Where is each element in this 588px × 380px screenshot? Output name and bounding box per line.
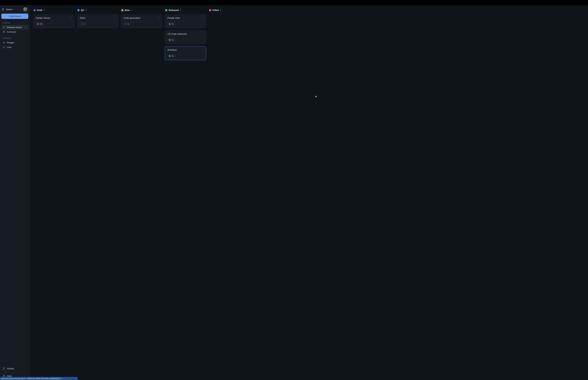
column-header[interactable]: Released3 bbox=[165, 8, 206, 12]
svg-point-12 bbox=[115, 17, 115, 18]
column-header[interactable]: Beta1 bbox=[121, 8, 162, 12]
status-badge: On bbox=[167, 38, 175, 42]
release-board: Draft1Partial rolloutsOffQA1SDKs1Beta1Co… bbox=[30, 5, 588, 380]
svg-point-23 bbox=[203, 33, 203, 34]
sidebar-item-people[interactable]: People bbox=[1, 40, 28, 45]
column-title: Beta bbox=[125, 9, 130, 11]
svg-point-1 bbox=[3, 42, 4, 42]
svg-point-22 bbox=[203, 33, 203, 33]
card-menu-button[interactable] bbox=[201, 32, 205, 35]
svg-point-10 bbox=[71, 18, 72, 18]
sidebar-item-history[interactable]: History bbox=[1, 366, 28, 371]
svg-point-26 bbox=[203, 49, 203, 50]
column-count: 0 bbox=[220, 9, 221, 11]
column-released: Released3People viewOnVS Code extensionO… bbox=[165, 8, 206, 60]
user-avatar[interactable] bbox=[23, 7, 27, 11]
column-count: 1 bbox=[86, 9, 87, 11]
column-count: 1 bbox=[131, 9, 132, 11]
svg-point-9 bbox=[71, 17, 72, 18]
more-vertical-icon bbox=[158, 16, 160, 19]
column-color-dot bbox=[165, 9, 167, 11]
status-on-icon bbox=[169, 39, 170, 41]
column-title: Released bbox=[169, 9, 179, 11]
count-badge: 5 bbox=[124, 22, 130, 26]
add-feature-label: + Add feature bbox=[8, 15, 21, 18]
svg-rect-18 bbox=[125, 24, 126, 24]
column-title: Killed bbox=[212, 9, 219, 11]
sidebar-item-release-board[interactable]: Release board bbox=[1, 25, 28, 30]
more-vertical-icon bbox=[114, 16, 116, 19]
sidebar-heading-features: Features bbox=[1, 19, 28, 25]
card-menu-button[interactable] bbox=[158, 16, 161, 19]
card-menu-button[interactable] bbox=[114, 16, 117, 19]
column-title: Draft bbox=[37, 9, 42, 11]
column-qa: QA1SDKs1 bbox=[77, 8, 118, 28]
workspace-name: Demo bbox=[6, 8, 12, 11]
card-title: Code generation bbox=[124, 17, 160, 19]
add-feature-button[interactable]: + Add feature bbox=[1, 14, 28, 19]
feature-card[interactable]: SDKs1 bbox=[77, 15, 118, 28]
workspace-switcher[interactable]: Demo bbox=[2, 8, 12, 11]
status-off-icon bbox=[37, 23, 39, 25]
card-menu-button[interactable] bbox=[70, 16, 73, 19]
column-header[interactable]: QA1 bbox=[77, 8, 118, 12]
card-title: Workflow bbox=[167, 49, 204, 51]
svg-point-11 bbox=[115, 17, 115, 17]
feature-card[interactable]: WorkflowOn bbox=[165, 46, 206, 60]
history-icon bbox=[3, 367, 5, 370]
card-menu-button[interactable] bbox=[201, 16, 205, 19]
sidebar-heading-audience: Audience bbox=[1, 34, 28, 40]
column-count: 3 bbox=[180, 9, 181, 11]
people-icon bbox=[3, 41, 5, 44]
sidebar-item-label: People bbox=[7, 41, 14, 44]
column-header[interactable]: Draft1 bbox=[33, 8, 74, 12]
list-icon bbox=[3, 46, 5, 48]
svg-point-17 bbox=[159, 18, 159, 18]
column-color-dot bbox=[77, 9, 79, 11]
svg-point-2 bbox=[4, 42, 5, 42]
svg-point-25 bbox=[203, 49, 203, 49]
svg-point-15 bbox=[159, 17, 159, 17]
feature-card[interactable]: Code generation5 bbox=[121, 15, 162, 28]
status-text: On bbox=[171, 23, 174, 25]
column-header[interactable]: Killed0 bbox=[209, 8, 250, 12]
feature-card[interactable]: People viewOn bbox=[165, 15, 206, 28]
svg-point-4 bbox=[3, 47, 3, 47]
status-badge: Off bbox=[36, 22, 44, 26]
feature-card[interactable]: Partial rolloutsOff bbox=[33, 15, 74, 28]
svg-rect-14 bbox=[81, 24, 82, 24]
count-text: 5 bbox=[128, 23, 129, 25]
more-vertical-icon bbox=[202, 16, 204, 19]
feature-card[interactable]: VS Code extensionOn bbox=[165, 30, 206, 44]
card-menu-button[interactable] bbox=[201, 48, 205, 51]
svg-point-16 bbox=[159, 17, 159, 18]
sidebar-item-label: Lists bbox=[7, 46, 12, 48]
briefcase-icon bbox=[125, 23, 127, 25]
svg-point-24 bbox=[203, 34, 203, 34]
svg-point-13 bbox=[115, 18, 115, 18]
count-text: 1 bbox=[84, 23, 85, 25]
status-on-icon bbox=[169, 55, 170, 57]
workspace-icon bbox=[2, 8, 5, 11]
status-bar-url: app.unrevealed.tech/product/.../a4f83cd0… bbox=[0, 377, 77, 380]
column-beta: Beta1Code generation5 bbox=[121, 8, 162, 28]
svg-point-21 bbox=[203, 18, 203, 18]
svg-point-8 bbox=[71, 17, 72, 17]
svg-rect-0 bbox=[3, 31, 5, 32]
sidebar-item-label: Archived bbox=[7, 31, 16, 33]
card-title: VS Code extension bbox=[167, 33, 204, 35]
count-badge: 1 bbox=[80, 22, 86, 26]
briefcase-icon bbox=[81, 23, 83, 25]
svg-point-3 bbox=[3, 46, 3, 47]
divider bbox=[2, 372, 28, 372]
sidebar-item-archived[interactable]: Archived bbox=[1, 30, 28, 34]
status-badge: On bbox=[167, 54, 175, 58]
more-vertical-icon bbox=[202, 48, 204, 51]
column-count: 1 bbox=[44, 9, 45, 11]
sidebar-item-label: Release board bbox=[7, 26, 22, 29]
status-text: On bbox=[171, 55, 174, 57]
svg-point-27 bbox=[203, 50, 203, 50]
status-badge: On bbox=[167, 22, 175, 26]
sidebar-item-lists[interactable]: Lists bbox=[1, 45, 28, 50]
archive-icon bbox=[3, 31, 5, 33]
